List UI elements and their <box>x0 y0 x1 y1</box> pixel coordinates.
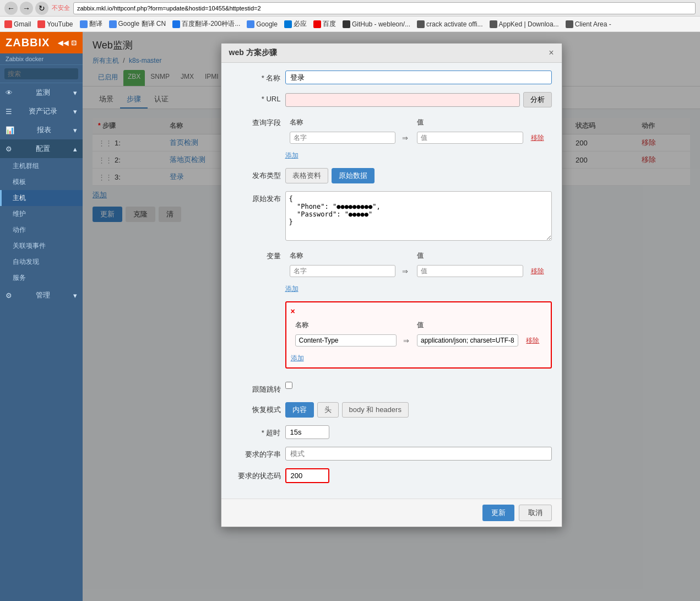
sidebar-search-input[interactable] <box>4 68 78 79</box>
var-remove-link[interactable]: 移除 <box>531 267 544 275</box>
sidebar-item-assets[interactable]: ☰ 资产记录 ▾ <box>0 102 83 121</box>
modal-update-button[interactable]: 更新 <box>482 505 514 521</box>
url-row: * URL 分析 <box>231 92 552 107</box>
add-var-link[interactable]: 添加 <box>285 284 299 294</box>
header-name-input[interactable] <box>295 334 397 346</box>
bookmark-google-translate-cn[interactable]: Google 翻译 CN <box>109 19 166 29</box>
var-name-input[interactable] <box>290 265 396 277</box>
modal-cancel-button[interactable]: 取消 <box>519 505 552 521</box>
query-fields-section: 名称 值 ⇒ <box>285 115 552 160</box>
header-row: ⇒ 移除 <box>292 333 545 348</box>
baidu-translate-icon <box>172 20 180 28</box>
modal-dialog: web 方案步骤 × * 名称 * URL 分析 查询字段 <box>221 43 562 527</box>
sidebar-item-templates[interactable]: 模板 <box>0 174 83 190</box>
query-fields-table: 名称 值 ⇒ <box>285 115 552 147</box>
client-icon <box>566 20 573 28</box>
modal-title: web 方案步骤 <box>229 48 277 58</box>
timeout-input[interactable] <box>285 425 329 439</box>
admin-icon: ⚙ <box>6 291 12 300</box>
sidebar-item-auto-discovery[interactable]: 自动发现 <box>0 254 83 270</box>
url-input[interactable] <box>285 93 520 107</box>
bookmark-google[interactable]: Google <box>247 20 278 28</box>
analyze-button[interactable]: 分析 <box>523 92 552 107</box>
header-remove-link[interactable]: 移除 <box>526 337 539 344</box>
bookmark-youtube[interactable]: YouTube <box>37 20 73 28</box>
recovery-mode-buttons: 内容 头 body 和 headers <box>285 402 409 418</box>
bookmark-crack[interactable]: crack activate offi... <box>417 20 483 28</box>
sidebar-item-reports[interactable]: 📊 报表 ▾ <box>0 121 83 139</box>
baidu-icon <box>313 20 321 28</box>
bookmark-translate[interactable]: 翻译 <box>80 19 102 29</box>
headers-section-container: × 名称 值 <box>285 301 552 374</box>
name-input[interactable] <box>285 71 552 84</box>
variables-row: 变量 名称 值 <box>231 248 552 294</box>
url-input-row: 分析 <box>285 92 552 107</box>
recovery-body-headers-button[interactable]: body 和 headers <box>342 402 409 418</box>
assets-icon: ☰ <box>6 107 12 116</box>
required-status-label: 要求的状态码 <box>231 468 281 481</box>
config-icon: ⚙ <box>6 145 12 153</box>
follow-redirects-checkbox[interactable] <box>285 382 292 389</box>
raw-data-textarea[interactable]: { "Phone": "●●●●●●●●●", "Password": "●●●… <box>285 191 552 241</box>
bookmark-github[interactable]: GitHub - webleon/... <box>343 20 410 28</box>
add-query-link[interactable]: 添加 <box>285 151 299 160</box>
required-str-input[interactable] <box>285 447 552 461</box>
headers-close-icon[interactable]: × <box>291 307 546 316</box>
monitor-icon: 👁 <box>6 89 13 97</box>
name-label: * 名称 <box>231 71 281 83</box>
bing-icon <box>284 20 292 28</box>
post-type-buttons: 表格资料 原始数据 <box>285 168 375 183</box>
query-value-input[interactable] <box>417 132 523 144</box>
header-value-input[interactable] <box>417 334 518 346</box>
post-type-raw-button[interactable]: 原始数据 <box>332 168 375 183</box>
bookmark-baidu-translate[interactable]: 百度翻译-200种语... <box>172 19 240 29</box>
var-action-col <box>528 250 551 262</box>
bookmark-client[interactable]: Client Area - <box>566 20 611 28</box>
sidebar-expand-icon[interactable]: ⊡ <box>71 39 77 47</box>
sidebar-item-related-events[interactable]: 关联项事件 <box>0 238 83 254</box>
sidebar-item-config[interactable]: ⚙ 配置 ▴ <box>0 139 83 158</box>
bookmark-gmail[interactable]: Gmail <box>4 20 31 28</box>
sidebar-item-hosts[interactable]: 主机 <box>0 190 83 206</box>
required-str-row: 要求的字串 <box>231 447 552 461</box>
sidebar-collapse-icon[interactable]: ◀◀ <box>58 39 69 47</box>
refresh-button[interactable]: ↻ <box>35 2 48 15</box>
modal-close-button[interactable]: × <box>549 48 554 58</box>
sidebar-item-admin[interactable]: ⚙ 管理 ▾ <box>0 286 83 305</box>
bookmark-biyao[interactable]: 必应 <box>284 19 307 29</box>
required-status-input[interactable] <box>285 468 329 483</box>
post-type-table-button[interactable]: 表格资料 <box>285 168 328 183</box>
recovery-content-button[interactable]: 内容 <box>285 402 314 418</box>
sidebar-search-container <box>0 65 83 83</box>
sidebar-item-actions[interactable]: 动作 <box>0 222 83 238</box>
bookmark-appked[interactable]: AppKed | Downloa... <box>490 20 559 28</box>
query-name-input[interactable] <box>290 132 396 144</box>
recovery-head-button[interactable]: 头 <box>317 402 339 418</box>
bookmark-baidu[interactable]: 百度 <box>313 19 336 29</box>
var-remove-cell: 移除 <box>528 263 551 279</box>
sidebar-item-maintenance[interactable]: 维护 <box>0 206 83 222</box>
address-bar[interactable] <box>73 2 696 14</box>
query-remove-link[interactable]: 移除 <box>531 134 544 142</box>
back-button[interactable]: ← <box>4 2 18 15</box>
var-value-input[interactable] <box>417 265 523 277</box>
recovery-mode-row: 恢复模式 内容 头 body 和 headers <box>231 402 552 418</box>
query-action-col <box>528 116 551 129</box>
query-value-col: 值 <box>414 116 527 129</box>
browser-nav[interactable]: ← → ↻ <box>4 2 48 15</box>
sidebar-item-services[interactable]: 服务 <box>0 270 83 286</box>
sidebar-item-monitor[interactable]: 👁 监测 ▾ <box>0 83 83 102</box>
config-arrow-icon: ▴ <box>73 145 77 153</box>
headers-table: 名称 值 <box>291 318 546 349</box>
modal-body: * 名称 * URL 分析 查询字段 名称 <box>221 63 562 499</box>
forward-button[interactable]: → <box>20 2 33 15</box>
add-header-link[interactable]: 添加 <box>291 354 304 363</box>
follow-redirects-checkbox-container <box>285 382 292 391</box>
variables-section: 名称 值 ⇒ <box>285 248 552 294</box>
var-value-col: 值 <box>414 250 527 262</box>
sidebar-item-host-groups[interactable]: 主机群组 <box>0 158 83 174</box>
recovery-mode-label: 恢复模式 <box>231 402 281 415</box>
reports-arrow-icon: ▾ <box>73 126 77 134</box>
raw-data-row: 原始发布 { "Phone": "●●●●●●●●●", "Password":… <box>231 191 552 241</box>
headers-section: × 名称 值 <box>285 301 552 369</box>
